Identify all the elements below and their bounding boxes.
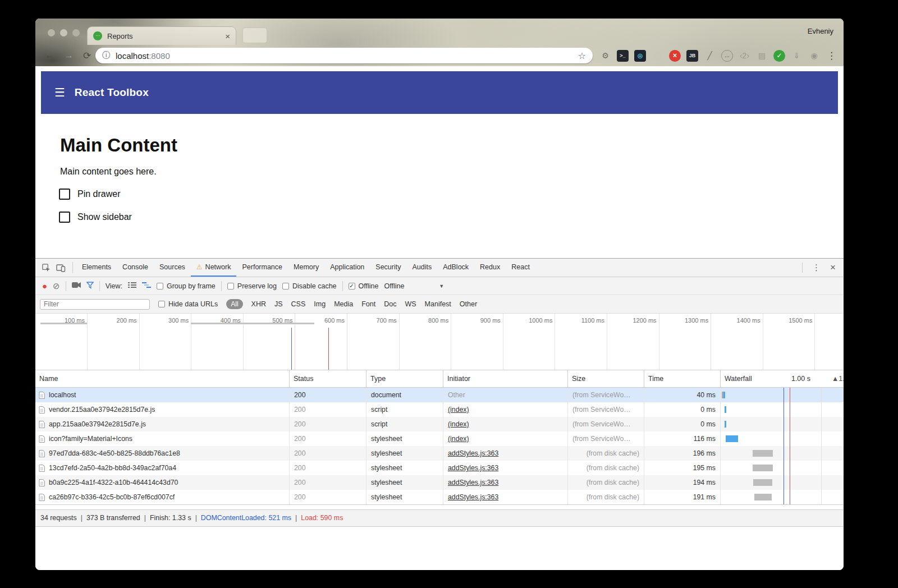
group-by-frame-option[interactable]: Group by frame bbox=[157, 282, 216, 290]
filter-type-media[interactable]: Media bbox=[334, 300, 353, 308]
request-initiator-link[interactable]: (index) bbox=[448, 420, 469, 428]
view-waterfall-icon[interactable] bbox=[142, 282, 151, 290]
devtools-tab-security[interactable]: Security bbox=[370, 259, 406, 277]
disable-cache-option[interactable]: Disable cache bbox=[282, 282, 337, 290]
request-initiator-link[interactable]: addStyles.js:363 bbox=[448, 479, 498, 486]
forward-button[interactable]: → bbox=[64, 50, 74, 61]
hamburger-menu-icon[interactable]: ☰ bbox=[54, 86, 65, 99]
screenshot-capture-icon[interactable] bbox=[72, 282, 81, 290]
devtools-tab-console[interactable]: Console bbox=[117, 259, 154, 277]
filter-type-xhr[interactable]: XHR bbox=[251, 300, 266, 308]
filter-type-font[interactable]: Font bbox=[361, 300, 375, 308]
terminal-icon[interactable]: >_ bbox=[617, 50, 629, 62]
hide-data-urls-option[interactable]: Hide data URLs bbox=[158, 300, 218, 308]
cast-icon[interactable]: ▤ bbox=[756, 50, 768, 62]
react-devtools-icon[interactable]: ⊛ bbox=[634, 50, 646, 62]
filter-input[interactable] bbox=[40, 299, 150, 310]
browser-tab[interactable]: ⋯ Reports × bbox=[87, 26, 236, 45]
filter-type-doc[interactable]: Doc bbox=[384, 300, 396, 308]
column-header-size[interactable]: Size bbox=[567, 370, 644, 387]
network-request-row[interactable]: app.215aa0e37942e2815d7e.js200script(ind… bbox=[35, 417, 844, 431]
devtools-tab-redux[interactable]: Redux bbox=[474, 259, 506, 277]
target-icon[interactable]: ◎ bbox=[652, 50, 663, 62]
request-initiator-link[interactable]: (index) bbox=[448, 435, 469, 443]
close-window-button[interactable] bbox=[48, 29, 55, 36]
maximize-window-button[interactable] bbox=[72, 29, 80, 36]
devtools-tab-sources[interactable]: Sources bbox=[154, 259, 191, 277]
devtools-tab-network[interactable]: ⚠Network bbox=[191, 259, 237, 277]
bookmark-star-icon[interactable]: ☆ bbox=[578, 50, 586, 61]
adblock-icon[interactable]: × bbox=[669, 50, 681, 62]
network-request-row[interactable]: localhost200documentOther(from ServiceWo… bbox=[35, 388, 844, 402]
network-request-row[interactable]: vendor.215aa0e37942e2815d7e.js200script(… bbox=[35, 402, 844, 417]
column-header-initiator[interactable]: Initiator bbox=[443, 370, 567, 387]
view-list-icon[interactable] bbox=[128, 282, 136, 290]
devtools-menu-icon[interactable]: ⋮ bbox=[812, 263, 821, 273]
network-request-row[interactable]: 97ed7dda-683c-4e50-b825-88ddb76ac1e8200s… bbox=[35, 446, 844, 461]
filter-type-img[interactable]: Img bbox=[314, 300, 326, 308]
reload-button[interactable]: ⟳ bbox=[83, 50, 91, 62]
browser-menu-icon[interactable]: ⋮ bbox=[827, 50, 836, 62]
request-status-cell: 200 bbox=[289, 431, 366, 446]
disable-cache-checkbox[interactable] bbox=[282, 283, 289, 290]
column-header-waterfall[interactable]: Waterfall1.00 s▲1. bbox=[720, 370, 844, 387]
profile-name[interactable]: Evheniy bbox=[808, 27, 833, 35]
inspect-element-icon[interactable] bbox=[42, 264, 51, 272]
clear-button[interactable]: ⊘ bbox=[53, 281, 60, 291]
tab-close-icon[interactable]: × bbox=[225, 31, 230, 41]
preserve-log-option[interactable]: Preserve log bbox=[227, 282, 277, 290]
site-info-icon[interactable]: ⓘ bbox=[102, 50, 110, 61]
offline-checkbox[interactable]: ✓ bbox=[349, 283, 355, 290]
filter-type-js[interactable]: JS bbox=[274, 300, 283, 308]
movie-reel-icon[interactable]: ◉ bbox=[808, 50, 820, 62]
download-icon[interactable]: ⇓ bbox=[791, 50, 803, 62]
network-request-row[interactable]: icon?family=Material+Icons200stylesheet(… bbox=[35, 431, 844, 446]
offline-option[interactable]: ✓ Offline bbox=[349, 282, 379, 290]
checker-icon[interactable]: ✓ bbox=[773, 50, 785, 62]
back-button[interactable]: ← bbox=[45, 50, 54, 61]
network-request-row[interactable]: b0a9c225-4a1f-4322-a10b-464414c43d70200s… bbox=[35, 475, 844, 490]
minimize-window-button[interactable] bbox=[60, 29, 67, 36]
devtools-tab-elements[interactable]: Elements bbox=[76, 259, 117, 277]
filter-type-other[interactable]: Other bbox=[460, 300, 477, 308]
filter-funnel-icon[interactable] bbox=[86, 282, 94, 291]
column-header-name[interactable]: Name bbox=[35, 370, 289, 387]
request-initiator-link[interactable]: (index) bbox=[448, 406, 469, 414]
show-sidebar-checkbox[interactable] bbox=[59, 212, 70, 223]
device-toolbar-icon[interactable] bbox=[56, 264, 66, 272]
request-initiator-link[interactable]: addStyles.js:363 bbox=[448, 464, 498, 472]
request-initiator-cell: (index) bbox=[443, 402, 567, 417]
throttling-dropdown[interactable]: Offline ▼ bbox=[384, 282, 444, 290]
jetbrains-icon[interactable]: JB bbox=[686, 50, 698, 62]
devtools-tab-memory[interactable]: Memory bbox=[288, 259, 324, 277]
column-header-type[interactable]: Type bbox=[366, 370, 443, 387]
filter-type-all[interactable]: All bbox=[226, 299, 242, 309]
preserve-log-checkbox[interactable] bbox=[227, 283, 234, 290]
filter-type-css[interactable]: CSS bbox=[291, 300, 306, 308]
devtools-tab-react[interactable]: React bbox=[506, 259, 535, 277]
request-initiator-link[interactable]: addStyles.js:363 bbox=[448, 493, 498, 501]
filter-type-manifest[interactable]: Manifest bbox=[425, 300, 451, 308]
pin-drawer-checkbox[interactable] bbox=[59, 189, 70, 200]
timeline-ruler[interactable]: 100 ms200 ms300 ms400 ms500 ms600 ms700 … bbox=[35, 314, 844, 370]
eyedropper-icon[interactable]: ╱ bbox=[704, 50, 716, 62]
address-bar[interactable]: ⓘ localhost:8080 ☆ bbox=[95, 48, 593, 63]
group-by-frame-checkbox[interactable] bbox=[157, 283, 163, 290]
devtools-tab-application[interactable]: Application bbox=[324, 259, 370, 277]
tab-counter-icon[interactable]: ‹2› bbox=[739, 50, 750, 62]
filter-type-ws[interactable]: WS bbox=[405, 300, 416, 308]
record-button[interactable]: ● bbox=[42, 282, 47, 290]
gear-icon[interactable]: ⚙ bbox=[599, 50, 611, 62]
hide-data-urls-checkbox[interactable] bbox=[158, 301, 165, 307]
dots-circle-icon[interactable]: … bbox=[721, 50, 733, 62]
network-request-row[interactable]: 13cd7efd-2a50-4a2b-bb8d-349ac2af70a4200s… bbox=[35, 461, 844, 475]
devtools-tab-performance[interactable]: Performance bbox=[236, 259, 288, 277]
devtools-close-icon[interactable]: × bbox=[830, 262, 836, 273]
column-header-time[interactable]: Time bbox=[644, 370, 720, 387]
column-header-status[interactable]: Status bbox=[289, 370, 366, 387]
network-request-row[interactable]: ca26b97c-b336-42c5-bc0b-87ef6cd007cf200s… bbox=[35, 490, 844, 504]
request-initiator-link[interactable]: addStyles.js:363 bbox=[448, 449, 498, 457]
devtools-tab-adblock[interactable]: AdBlock bbox=[437, 259, 474, 277]
new-tab-button[interactable] bbox=[242, 27, 267, 43]
devtools-tab-audits[interactable]: Audits bbox=[406, 259, 437, 277]
